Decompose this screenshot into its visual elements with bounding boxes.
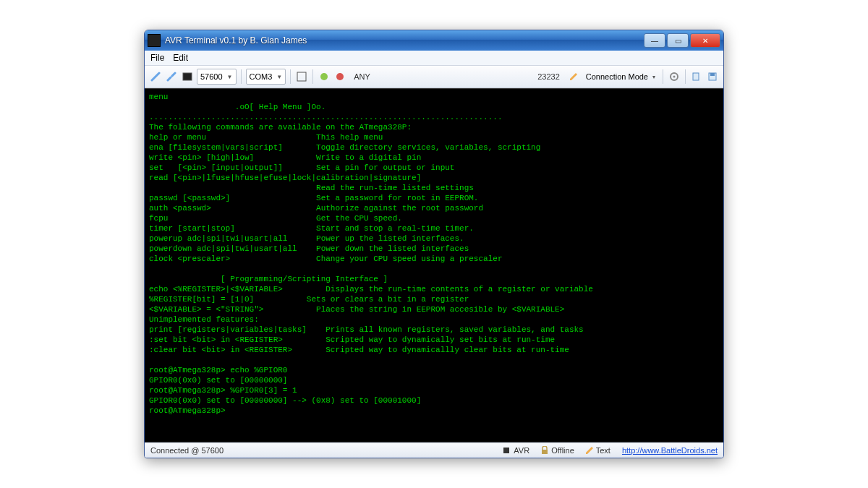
separator [241, 69, 242, 84]
menu-file[interactable]: File [150, 53, 164, 63]
svg-rect-1 [297, 72, 306, 81]
port-value: COM3 [250, 72, 273, 81]
gear-icon[interactable] [668, 70, 681, 83]
separator [312, 69, 313, 84]
disconnect-icon[interactable] [165, 70, 178, 83]
baud-value: 57600 [200, 72, 223, 81]
save-icon[interactable] [706, 70, 719, 83]
terminal-output[interactable]: menu .oO[ Help Menu ]Oo. ...............… [145, 88, 723, 442]
status-connected: Connected @ 57600 [150, 446, 224, 455]
app-window: AVR Terminal v0.1 by B. Gian James — ▭ ✕… [144, 30, 724, 458]
chevron-down-icon: ▼ [227, 74, 233, 80]
svg-rect-10 [542, 450, 548, 454]
play-icon[interactable] [318, 70, 331, 83]
window-controls: — ▭ ✕ [644, 33, 720, 48]
window-icon[interactable] [295, 70, 308, 83]
svg-point-5 [673, 76, 676, 78]
counter-label: 23232 [533, 72, 564, 81]
stop-icon[interactable] [333, 70, 346, 83]
port-select[interactable]: COM3 ▼ [246, 69, 286, 85]
baud-select[interactable]: 57600 ▼ [197, 69, 237, 85]
connect-icon[interactable] [149, 70, 162, 83]
chip-icon [502, 446, 511, 455]
chevron-down-icon: ▾ [652, 74, 655, 80]
svg-rect-8 [710, 73, 715, 76]
separator [290, 69, 291, 84]
menu-edit[interactable]: Edit [173, 53, 188, 63]
svg-point-2 [320, 73, 328, 80]
window-title: AVR Terminal v0.1 by B. Gian James [165, 35, 644, 46]
terminal-icon[interactable] [181, 70, 194, 83]
svg-point-3 [336, 73, 344, 80]
svg-rect-6 [693, 73, 699, 80]
statusbar: Connected @ 57600 AVR Offline Text http:… [145, 442, 723, 458]
copy-icon[interactable] [690, 70, 703, 83]
menubar: File Edit [145, 51, 723, 66]
close-button[interactable]: ✕ [690, 33, 720, 48]
minimize-button[interactable]: — [644, 33, 665, 48]
separator [685, 69, 686, 84]
maximize-button[interactable]: ▭ [667, 33, 689, 48]
titlebar[interactable]: AVR Terminal v0.1 by B. Gian James — ▭ ✕ [145, 30, 723, 51]
app-icon [148, 34, 161, 47]
svg-rect-0 [183, 73, 192, 80]
separator [663, 69, 663, 84]
pencil-icon[interactable] [567, 70, 580, 83]
any-label: ANY [349, 72, 375, 81]
status-text: Text [586, 446, 610, 455]
connection-mode-label: Connection Mode [586, 72, 648, 81]
svg-rect-9 [503, 448, 509, 453]
status-url-link[interactable]: http://www.BattleDroids.net [622, 446, 718, 455]
status-avr: AVR [502, 446, 529, 455]
toolbar: 57600 ▼ COM3 ▼ ANY 23232 Connection Mode… [145, 66, 723, 88]
connection-mode-dropdown[interactable]: Connection Mode ▾ [583, 69, 658, 84]
chevron-down-icon: ▼ [276, 74, 282, 80]
pencil-icon [586, 447, 593, 454]
lock-icon [541, 446, 548, 455]
status-offline: Offline [541, 446, 574, 455]
